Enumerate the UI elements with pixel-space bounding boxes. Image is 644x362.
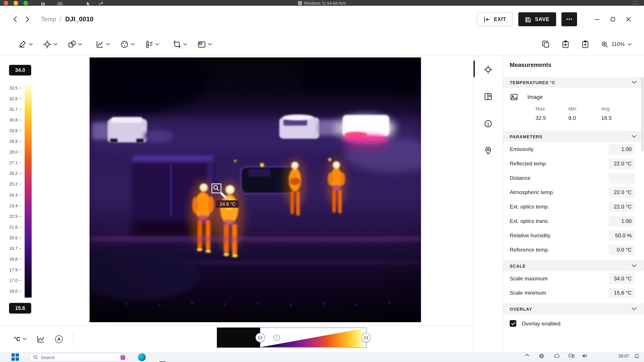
scale-tick: 19.7 <box>6 246 21 251</box>
param-value-field[interactable]: 0.0 °C <box>608 244 635 255</box>
tab-location[interactable] <box>474 137 503 164</box>
histogram-icon[interactable] <box>36 335 45 343</box>
param-value-field[interactable]: 1.00 <box>608 216 635 226</box>
copy-as-new-icon[interactable] <box>580 39 590 49</box>
save-button[interactable]: SAVE <box>518 12 556 26</box>
panel-scrollbar[interactable] <box>642 77 644 151</box>
chevron-down-icon[interactable] <box>53 43 57 45</box>
param-value-field[interactable]: 50.0 % <box>608 230 635 241</box>
paste-icon[interactable] <box>561 39 570 49</box>
scale-tick: 29.8 <box>6 128 21 133</box>
palette-tool-button[interactable] <box>120 39 135 49</box>
scale-tick: 33.5 <box>6 85 21 90</box>
spot-tool-icon <box>43 39 52 49</box>
chevron-down-icon[interactable] <box>78 43 82 45</box>
span-min-handle[interactable] <box>256 333 265 342</box>
param-label: Reference temp. <box>510 247 608 253</box>
chevron-down-icon[interactable] <box>208 43 212 45</box>
search-highlight-icon[interactable] <box>120 355 125 360</box>
spot-tool-button[interactable] <box>43 39 58 49</box>
temperature-tool-icon <box>144 39 154 49</box>
tray-chevron-up[interactable] <box>525 354 530 357</box>
exit-button[interactable]: EXIT <box>477 12 513 26</box>
chevron-down-icon[interactable] <box>632 264 636 267</box>
section-title: OVERLAY <box>510 306 632 311</box>
tab-layout[interactable] <box>474 83 503 110</box>
section-parameters[interactable]: PARAMETERS <box>503 131 644 142</box>
chevron-down-icon[interactable] <box>131 43 135 45</box>
color-scale-gradient[interactable] <box>25 81 32 298</box>
overlay-enabled-checkbox[interactable] <box>510 320 516 327</box>
back-button[interactable] <box>10 13 22 25</box>
maximize-button[interactable] <box>608 14 618 24</box>
param-value-field[interactable]: 1.00 <box>608 144 635 155</box>
shapes-tool-button[interactable] <box>68 39 82 49</box>
unit-dropdown[interactable]: °C <box>14 336 26 342</box>
edge-icon[interactable] <box>138 354 146 361</box>
scale-tick: 27.1 <box>6 160 21 165</box>
pip-tool-button[interactable] <box>197 39 212 49</box>
param-value-field[interactable]: 22.0 °C <box>608 201 635 212</box>
span-slider[interactable] <box>217 328 367 348</box>
scale-tick: 28.0 <box>6 149 21 154</box>
forward-button[interactable] <box>21 13 33 25</box>
span-level-marker[interactable] <box>274 335 280 341</box>
copy-icon[interactable] <box>541 39 550 49</box>
image-icon <box>510 92 518 101</box>
param-value-field[interactable]: 22.0 °C <box>608 187 635 198</box>
section-scale[interactable]: SCALE <box>503 260 644 271</box>
chevron-down-icon[interactable] <box>632 135 636 138</box>
close-button[interactable] <box>624 14 634 24</box>
vm-window-icon[interactable] <box>633 1 637 4</box>
tab-info[interactable] <box>474 110 503 137</box>
temperature-tool-button[interactable] <box>144 39 159 49</box>
chevron-down-icon[interactable] <box>632 307 636 310</box>
taskbar-search[interactable]: Search <box>29 354 128 361</box>
measure-tool-button[interactable] <box>18 39 33 49</box>
minimize-button[interactable] <box>592 14 602 24</box>
palette-tool-icon <box>120 39 129 49</box>
scale-value-field[interactable]: 34.0 °C <box>608 273 635 284</box>
section-overlay[interactable]: OVERLAY <box>503 303 644 314</box>
chevron-down-icon[interactable] <box>155 43 159 45</box>
start-button[interactable] <box>12 354 19 361</box>
thermal-image[interactable]: 24.6 °C <box>90 57 421 322</box>
chevron-down-icon[interactable] <box>628 43 632 45</box>
scale-tick: 17.0 <box>6 278 21 283</box>
panel-icon-strip <box>474 56 503 352</box>
tray-network-icon[interactable] <box>539 354 544 359</box>
chevron-down-icon[interactable] <box>632 81 636 84</box>
zoom-control[interactable]: 110% <box>600 40 632 48</box>
col-min: Min <box>568 106 601 112</box>
chevron-down-icon[interactable] <box>183 43 187 45</box>
span-histogram-outside <box>217 328 260 348</box>
span-max-handle[interactable] <box>362 333 371 342</box>
tray-devices-icon[interactable] <box>568 354 574 358</box>
chart-tool-button[interactable] <box>95 39 110 49</box>
more-options-button[interactable]: ⋯ <box>562 12 577 26</box>
scale-max-badge[interactable]: 34.0 <box>9 65 31 76</box>
crop-tool-button[interactable] <box>172 39 187 49</box>
scale-tick: 24.3 <box>6 193 21 197</box>
location-pin-icon <box>483 146 493 155</box>
tray-volume-icon[interactable] <box>582 354 587 358</box>
auto-adjust-button[interactable]: A <box>55 335 63 343</box>
param-value-field[interactable] <box>608 173 635 183</box>
scale-value-field[interactable]: 15.6 °C <box>608 288 635 298</box>
crop-tool-icon <box>172 39 182 49</box>
section-temperatures[interactable]: TEMPERATURES °C <box>503 77 644 88</box>
param-row: Ext. optics trans. 1.00 <box>503 214 644 228</box>
measurements-panel: Measurements TEMPERATURES °C Image Max M… <box>503 56 644 352</box>
taskbar-clock[interactable]: 20:07 <box>606 354 629 358</box>
param-value-field[interactable]: 22.0 °C <box>608 158 635 169</box>
chevron-down-icon[interactable] <box>29 43 33 45</box>
app-icon-gray[interactable] <box>158 361 166 362</box>
notification-bell-icon[interactable] <box>634 354 640 359</box>
search-placeholder: Search <box>40 355 118 360</box>
breadcrumb-folder[interactable]: Temp <box>41 15 56 23</box>
tray-onedrive-icon[interactable] <box>554 354 560 358</box>
chevron-down-icon[interactable] <box>106 43 110 45</box>
scale-min-badge[interactable]: 15.6 <box>9 303 31 314</box>
tab-measurements[interactable] <box>474 56 503 83</box>
param-label: Reflected temp. <box>510 161 608 167</box>
